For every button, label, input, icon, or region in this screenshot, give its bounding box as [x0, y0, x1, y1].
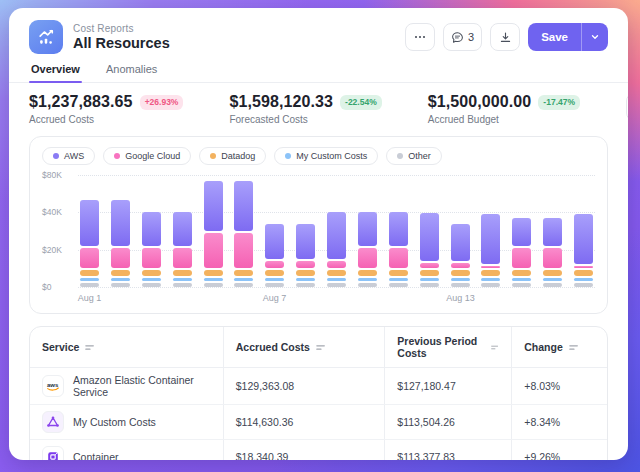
tab-anomalies[interactable]: Anomalies — [104, 63, 159, 82]
stacked-bar-day-1[interactable] — [80, 200, 99, 287]
stacked-bar-day-2[interactable] — [111, 200, 130, 287]
bar-segment-other — [296, 283, 315, 287]
y-tick: $80K — [42, 170, 62, 180]
tab-overview[interactable]: Overview — [29, 63, 82, 82]
sort-icon — [491, 343, 499, 352]
sort-icon — [316, 343, 326, 352]
legend-label: My Custom Costs — [296, 151, 367, 161]
bar-segment-aws — [389, 212, 408, 246]
tab-bar: Overview Anomalies — [9, 63, 628, 83]
bar-segment-google — [451, 263, 470, 268]
save-button[interactable]: Save — [528, 23, 581, 51]
bar-segment-aws — [451, 224, 470, 261]
accrued-cost-cell: $129,363.08 — [223, 368, 385, 405]
column-header-accrued-costs[interactable]: Accrued Costs — [236, 341, 373, 353]
bar-segment-datadog — [389, 270, 408, 275]
services-table-card: Service Accrued Costs Previous Period Co… — [29, 326, 608, 460]
stacked-bar-day-11[interactable] — [389, 212, 408, 287]
comments-count: 3 — [468, 31, 474, 43]
stat-value: $1,500,000.00 — [428, 93, 532, 111]
download-icon — [499, 31, 512, 44]
legend-pill-google[interactable]: Google Cloud — [103, 147, 191, 165]
stacked-bar-day-8[interactable] — [296, 224, 315, 287]
bar-segment-google — [389, 248, 408, 268]
bar-segment-custom — [481, 278, 500, 282]
legend-pill-datadog[interactable]: Datadog — [199, 147, 266, 165]
bar-segment-aws — [80, 200, 99, 246]
x-axis: Aug 1Aug 7Aug 13 — [78, 291, 595, 307]
x-tick-label: Aug 13 — [446, 293, 475, 303]
stacked-bar-day-7[interactable] — [265, 224, 284, 287]
svg-text:aws: aws — [47, 382, 59, 388]
container-icon — [42, 446, 64, 460]
more-actions-button[interactable] — [405, 23, 435, 51]
filter-button[interactable]: Filter — [626, 93, 628, 121]
column-header-service[interactable]: Service — [42, 341, 211, 353]
bar-segment-google — [111, 248, 130, 268]
stacked-bar-day-9[interactable] — [327, 212, 346, 287]
stacked-bar-day-4[interactable] — [173, 212, 192, 287]
bar-segment-aws — [327, 212, 346, 259]
bar-segment-other — [234, 283, 253, 287]
stacked-bar-day-10[interactable] — [358, 212, 377, 287]
table-row[interactable]: aws Amazon Elastic Container Service $12… — [30, 368, 607, 405]
stacked-bar-day-15[interactable] — [512, 218, 531, 287]
cost-chart-card: AWSGoogle CloudDatadogMy Custom CostsOth… — [29, 136, 608, 314]
save-dropdown-button[interactable] — [581, 23, 608, 51]
stacked-bar-day-5[interactable] — [204, 181, 223, 287]
bar-segment-datadog — [80, 270, 99, 275]
bar-segment-google — [204, 233, 223, 268]
legend-label: Google Cloud — [125, 151, 180, 161]
bar-segment-other — [80, 283, 99, 287]
stacked-bar-day-6[interactable] — [234, 181, 253, 287]
stat-accrued-budget: $1,500,000.00 -17.47% Accrued Budget — [428, 93, 580, 125]
legend-pill-other[interactable]: Other — [386, 147, 442, 165]
bar-segment-datadog — [420, 270, 439, 275]
stacked-bar-day-16[interactable] — [543, 218, 562, 287]
bar-segment-aws — [142, 212, 161, 246]
previous-cost-cell: $127,180.47 — [385, 368, 512, 405]
gridline — [78, 287, 595, 288]
comments-button[interactable]: 3 — [443, 23, 482, 51]
bar-segment-datadog — [296, 270, 315, 275]
main-window: Cost Reports All Resources 3 — [9, 8, 628, 460]
bar-segment-custom — [574, 278, 593, 282]
bar-segment-custom — [389, 278, 408, 282]
y-tick: $20K — [42, 245, 62, 255]
bar-segment-datadog — [265, 270, 284, 275]
bar-segment-aws — [173, 212, 192, 246]
bar-segment-google — [296, 261, 315, 268]
services-table: Service Accrued Costs Previous Period Co… — [30, 327, 607, 460]
bar-segment-other — [389, 283, 408, 287]
download-button[interactable] — [490, 23, 520, 51]
legend-label: AWS — [64, 151, 84, 161]
sort-icon — [85, 343, 95, 352]
bar-segment-custom — [358, 278, 377, 282]
legend-dot — [397, 153, 403, 159]
stacked-bar-day-17[interactable] — [574, 214, 593, 287]
bar-segment-custom — [111, 278, 130, 282]
bar-segment-google — [481, 266, 500, 268]
bar-segment-google — [512, 248, 531, 268]
bar-segment-other — [574, 283, 593, 287]
table-row[interactable]: My Custom Costs $114,630.36 $113,504.26 … — [30, 405, 607, 440]
bar-segment-other — [512, 283, 531, 287]
save-split-button: Save — [528, 23, 608, 51]
bar-segment-aws — [543, 218, 562, 246]
stats-row: $1,237,883.65 +26.93% Accrued Costs $1,5… — [29, 93, 608, 125]
legend-pill-aws[interactable]: AWS — [42, 147, 95, 165]
stacked-bar-day-14[interactable] — [481, 214, 500, 287]
bar-segment-custom — [80, 278, 99, 282]
bar-segment-other — [173, 283, 192, 287]
column-header-previous-period[interactable]: Previous Period Costs — [397, 335, 499, 359]
bar-segment-other — [204, 283, 223, 287]
legend-pill-custom[interactable]: My Custom Costs — [274, 147, 378, 165]
stacked-bar-day-3[interactable] — [142, 212, 161, 287]
table-row[interactable]: Container $18,340.39 $113,377.83 +9.26% — [30, 440, 607, 461]
stacked-bar-day-12[interactable] — [420, 213, 439, 287]
bar-segment-google — [420, 263, 439, 268]
ellipsis-icon — [413, 30, 427, 44]
column-header-change[interactable]: Change — [524, 341, 595, 353]
service-name: Container — [73, 451, 119, 460]
stacked-bar-day-13[interactable] — [451, 224, 470, 287]
